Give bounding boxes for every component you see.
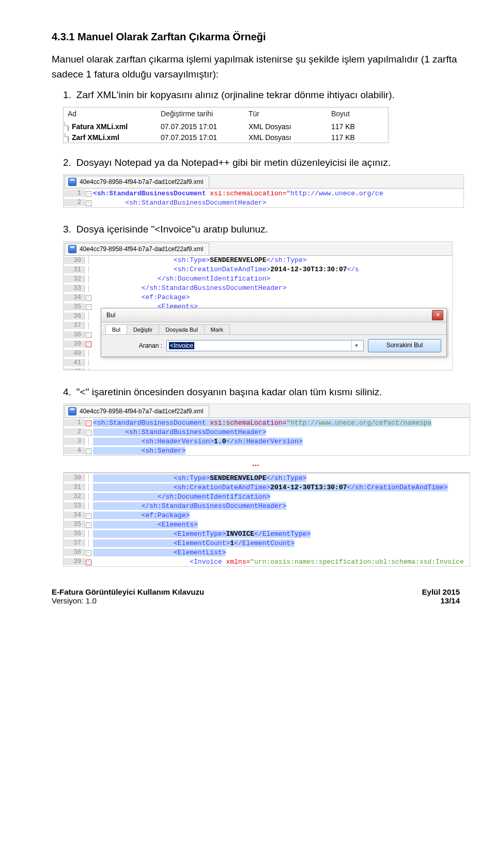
footer-title: E-Fatura Görüntüleyici Kullanım Kılavuzu xyxy=(52,587,204,596)
table-row: Zarf XMLi.xml 07.07.2015 17:01 XML Dosya… xyxy=(64,132,388,143)
footer-date: Eylül 2015 xyxy=(422,587,460,596)
file-type: XML Dosyası xyxy=(249,122,331,131)
list-text: Dosya içerisinde "<Invoice"u aratıp bulu… xyxy=(76,222,460,237)
intro-paragraph: Manuel olarak zarftan çıkarma işlemi yap… xyxy=(52,52,460,82)
list-number: 1. xyxy=(63,88,71,103)
tab-filename: 40e4cc79-8958-4f94-b7a7-dad1cef22af9.xml xyxy=(80,408,204,415)
file-size: 117 KB xyxy=(331,122,383,131)
code-editor-screenshot: 40e4cc79-8958-4f94-b7a7-dad1cef22af9.xml… xyxy=(63,404,470,456)
code-editor-screenshot: 30 <sh:Type>SENDERENVELOPE</sh:Type> 31 … xyxy=(63,472,470,567)
column-type: Tür xyxy=(249,110,331,118)
disk-icon xyxy=(68,178,76,186)
file-size: 117 KB xyxy=(331,133,383,142)
column-date: Değiştirme tarihi xyxy=(161,110,249,118)
chevron-down-icon[interactable]: ▼ xyxy=(351,340,361,351)
editor-tab: 40e4cc79-8958-4f94-b7a7-dad1cef22af9.xml xyxy=(65,405,209,417)
list-text: Dosyayı Notepad ya da Notepad++ gibi bir… xyxy=(76,156,460,171)
code-text: "http://www.unece.org/ce xyxy=(286,190,383,197)
list-number: 3. xyxy=(63,222,71,237)
dialog-title: Bul xyxy=(106,312,115,319)
find-input[interactable]: <Invoice ▼ xyxy=(166,340,364,351)
file-name: Fatura XMLi.xml xyxy=(72,122,128,131)
code-editor-screenshot: 40e4cc79-8958-4f94-b7a7-dad1cef22af9.xml… xyxy=(63,174,464,208)
find-next-button[interactable]: Sonrakini Bul xyxy=(368,339,441,352)
close-icon[interactable]: ✕ xyxy=(432,310,443,320)
table-row: Fatura XMLi.xml 07.07.2015 17:01 XML Dos… xyxy=(64,121,388,132)
file-icon xyxy=(68,133,69,142)
code-text: xsi:schemaLocation= xyxy=(210,190,286,197)
code-text: <sh:StandardBusinessDocumentHeader> xyxy=(125,199,266,207)
list-text: "<" işaretinin öncesinden dosyanın başın… xyxy=(76,385,460,400)
ellipsis: ... xyxy=(252,459,259,468)
file-name: Zarf XMLi.xml xyxy=(72,133,119,142)
file-list-screenshot: Ad Değiştirme tarihi Tür Boyut Fatura XM… xyxy=(63,107,389,143)
find-dialog: Bul ✕ Bul Değiştir Dosyada Bul Mark Aran… xyxy=(101,308,447,357)
tab-mark[interactable]: Mark xyxy=(204,324,230,334)
section-heading: 4.3.1 Manuel Olarak Zarftan Çıkarma Örne… xyxy=(52,31,460,43)
list-text: Zarf XML'inin bir kopyasını alınız (orji… xyxy=(76,88,460,103)
column-name: Ad xyxy=(68,110,161,118)
editor-tab: 40e4cc79-8958-4f94-b7a7-dad1cef22af9.xml xyxy=(65,243,209,255)
column-size: Boyut xyxy=(331,110,383,118)
tab-filename: 40e4cc79-8958-4f94-b7a7-dad1cef22af9.xml xyxy=(80,178,204,185)
editor-tab: 40e4cc79-8958-4f94-b7a7-dad1cef22af9.xml xyxy=(65,176,209,188)
find-label: Aranan : xyxy=(106,342,162,349)
disk-icon xyxy=(68,245,76,253)
code-text: <sh:StandardBusinessDocument xyxy=(93,190,210,197)
code-editor-screenshot: 40e4cc79-8958-4f94-b7a7-dad1cef22af9.xml… xyxy=(63,241,453,370)
tab-replace[interactable]: Değiştir xyxy=(127,324,159,334)
tab-filename: 40e4cc79-8958-4f94-b7a7-dad1cef22af9.xml xyxy=(80,245,204,253)
file-date: 07.07.2015 17:01 xyxy=(161,133,249,142)
disk-icon xyxy=(68,407,76,415)
tab-find[interactable]: Bul xyxy=(105,324,127,334)
file-type: XML Dosyası xyxy=(249,133,331,142)
tab-findinfiles[interactable]: Dosyada Bul xyxy=(159,324,204,334)
list-number: 4. xyxy=(63,385,71,400)
find-input-value: <Invoice xyxy=(169,342,194,349)
list-number: 2. xyxy=(63,156,71,171)
footer-version: Versiyon: 1.0 xyxy=(52,596,204,605)
footer-page: 13/14 xyxy=(422,596,460,605)
file-icon xyxy=(68,122,69,131)
file-date: 07.07.2015 17:01 xyxy=(161,122,249,131)
page-footer: E-Fatura Görüntüleyici Kullanım Kılavuzu… xyxy=(52,587,460,605)
